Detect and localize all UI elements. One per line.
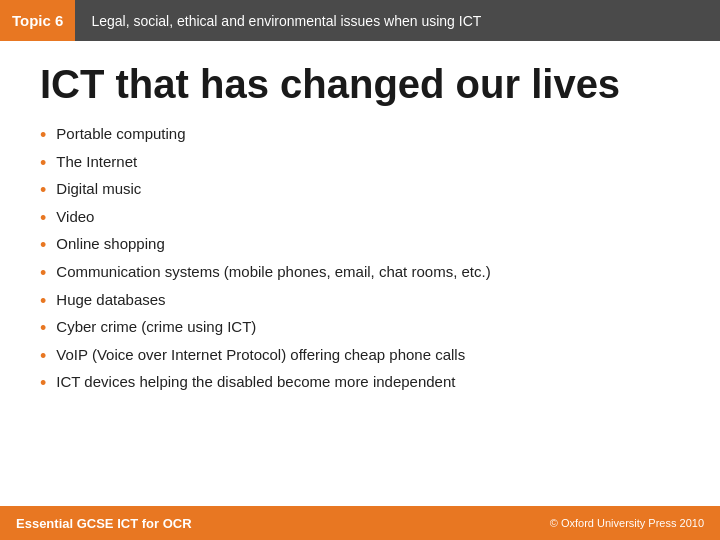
main-content: ICT that has changed our lives Portable …	[0, 41, 720, 411]
list-item: VoIP (Voice over Internet Protocol) offe…	[40, 346, 680, 368]
list-item: The Internet	[40, 153, 680, 175]
list-item: ICT devices helping the disabled become …	[40, 373, 680, 395]
list-item: Huge databases	[40, 291, 680, 313]
list-item: Video	[40, 208, 680, 230]
footer-left-text: Essential GCSE ICT for OCR	[16, 516, 192, 531]
header-subtitle-text: Legal, social, ethical and environmental…	[91, 13, 481, 29]
topic-badge: Topic 6	[0, 0, 75, 41]
list-item: Online shopping	[40, 235, 680, 257]
page-title-wrapper: ICT that has changed our lives	[40, 61, 680, 107]
footer: Essential GCSE ICT for OCR © Oxford Univ…	[0, 506, 720, 540]
header-bar: Topic 6 Legal, social, ethical and envir…	[0, 0, 720, 41]
list-item: Communication systems (mobile phones, em…	[40, 263, 680, 285]
list-item: Digital music	[40, 180, 680, 202]
topic-label: Topic 6	[12, 12, 63, 29]
list-item: Portable computing	[40, 125, 680, 147]
header-subtitle: Legal, social, ethical and environmental…	[75, 0, 720, 41]
page-title: ICT that has changed our lives	[40, 61, 680, 107]
bullet-list: Portable computingThe InternetDigital mu…	[40, 125, 680, 395]
footer-right-text: © Oxford University Press 2010	[550, 517, 704, 529]
list-item: Cyber crime (crime using ICT)	[40, 318, 680, 340]
